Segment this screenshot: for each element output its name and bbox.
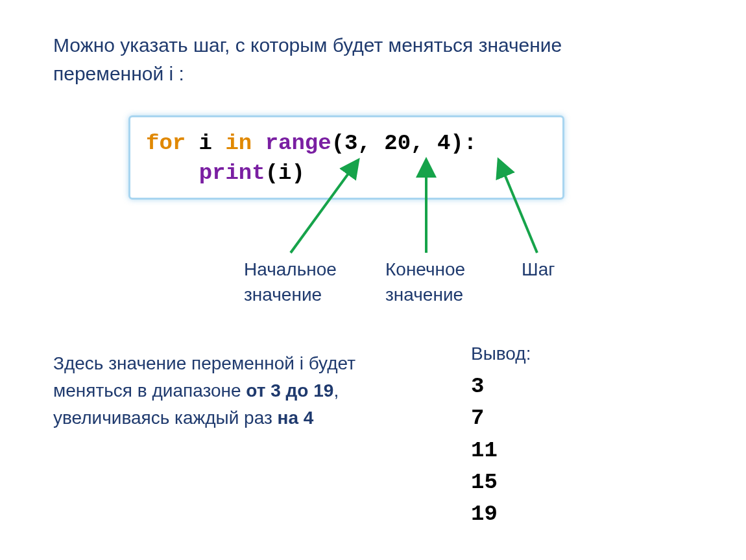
func-print: print xyxy=(199,161,265,185)
code-space xyxy=(252,131,265,156)
output-block: Вывод: 3 7 11 15 19 xyxy=(471,344,531,530)
code-line-1: for i in range(3, 20, 4): xyxy=(146,129,547,159)
code-indent xyxy=(146,161,199,185)
desc-bold1: от 3 до 19 xyxy=(246,380,333,401)
label-end-value: Конечное значение xyxy=(385,257,465,307)
output-line-1: 7 xyxy=(471,402,531,434)
code-print-args: (i) xyxy=(265,161,305,185)
code-block: for i in range(3, 20, 4): print(i) xyxy=(128,115,564,200)
desc-bold2: на 4 xyxy=(278,408,314,428)
func-range: range xyxy=(265,131,331,156)
code-line-2: print(i) xyxy=(146,159,547,189)
keyword-for: for xyxy=(146,131,186,156)
intro-paragraph: Можно указать шаг, с которым будет менят… xyxy=(53,31,637,88)
output-line-4: 19 xyxy=(471,498,531,530)
code-var-i: i xyxy=(186,131,225,156)
label-step: Шаг xyxy=(522,257,555,282)
code-range-args: (3, 20, 4): xyxy=(331,131,477,156)
description-paragraph: Здесь значение переменной i будет менять… xyxy=(53,350,416,432)
keyword-in: in xyxy=(225,131,252,156)
output-line-2: 11 xyxy=(471,435,531,467)
output-line-3: 15 xyxy=(471,467,531,498)
label-start-value: Начальное значение xyxy=(244,257,337,307)
output-line-0: 3 xyxy=(471,371,531,402)
output-title: Вывод: xyxy=(471,344,531,364)
